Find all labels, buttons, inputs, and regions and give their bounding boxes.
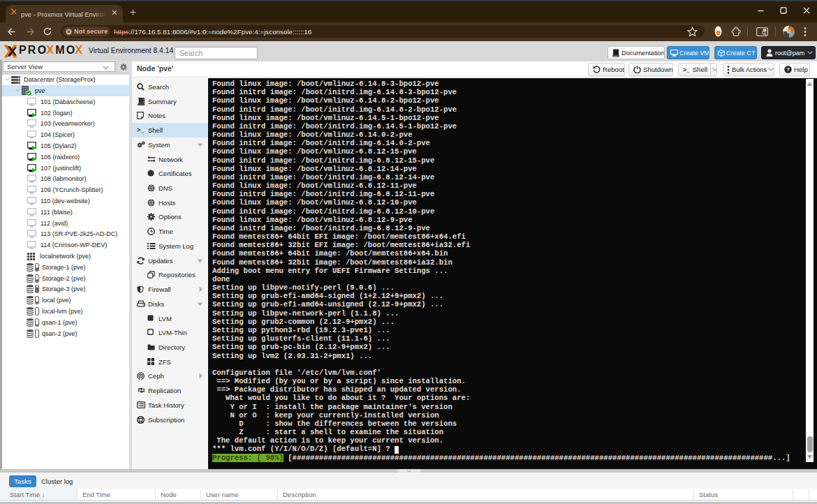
- svg-text:?: ?: [786, 66, 790, 73]
